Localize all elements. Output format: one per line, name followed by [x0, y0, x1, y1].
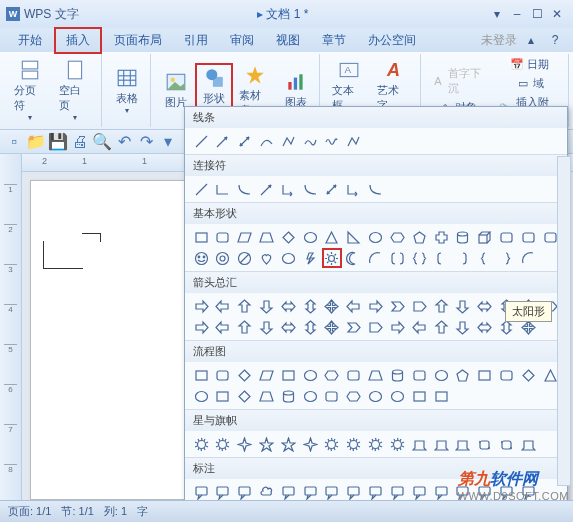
shape-callout[interactable] [387, 482, 407, 502]
shape-rtri[interactable] [344, 227, 364, 247]
tab-office-space[interactable]: 办公空间 [358, 29, 426, 52]
shape-lbracket[interactable] [431, 248, 451, 268]
date-button[interactable]: 📅 日期 [495, 56, 564, 73]
tab-insert[interactable]: 插入 [54, 27, 102, 54]
shape-ellipse[interactable] [278, 248, 298, 268]
shape-rbracket[interactable] [453, 248, 473, 268]
shape-callout[interactable] [366, 482, 386, 502]
shape-ellipse[interactable] [431, 365, 451, 385]
shape-burst[interactable] [191, 434, 211, 454]
undo-icon[interactable]: ↶ [116, 134, 132, 150]
shape-rrect[interactable] [497, 365, 517, 385]
shape-line[interactable] [191, 131, 211, 151]
shape-callout[interactable] [344, 482, 364, 502]
shape-brace[interactable] [409, 248, 429, 268]
shape-rect[interactable] [191, 365, 211, 385]
tab-page-layout[interactable]: 页面布局 [104, 29, 172, 52]
shape-arU[interactable] [431, 317, 451, 337]
shape-arD[interactable] [453, 296, 473, 316]
shape-star4[interactable] [300, 434, 320, 454]
shape-arR[interactable] [366, 296, 386, 316]
shape-ellipse[interactable] [300, 227, 320, 247]
shape-cube[interactable] [475, 227, 495, 247]
shape-arLR[interactable] [278, 296, 298, 316]
shape-arR[interactable] [191, 317, 211, 337]
shape-callout[interactable] [235, 482, 255, 502]
shape-elbowa[interactable] [344, 179, 364, 199]
inserted-shape[interactable] [43, 241, 83, 269]
shape-star4[interactable] [235, 434, 255, 454]
print-icon[interactable]: 🖨 [72, 134, 88, 150]
close-button[interactable]: ✕ [547, 5, 567, 23]
shape-sun[interactable] [322, 248, 342, 268]
shape-ribbon[interactable] [453, 434, 473, 454]
help-icon[interactable]: ? [545, 31, 565, 49]
shape-arLR[interactable] [475, 296, 495, 316]
shape-diamond[interactable] [235, 365, 255, 385]
open-icon[interactable]: 📁 [28, 134, 44, 150]
table-button[interactable]: 表格▾ [108, 65, 146, 117]
minimize-button[interactable]: – [507, 5, 527, 23]
shape-rect[interactable] [431, 386, 451, 406]
shape-burst[interactable] [344, 434, 364, 454]
shape-burst[interactable] [213, 434, 233, 454]
shape-rrect[interactable] [409, 365, 429, 385]
shape-can[interactable] [387, 365, 407, 385]
shape-rrect[interactable] [344, 365, 364, 385]
shape-burst[interactable] [366, 434, 386, 454]
shape-ribbon[interactable] [431, 434, 451, 454]
login-status[interactable]: 未登录 [481, 32, 517, 49]
shape-tri[interactable] [322, 227, 342, 247]
shape-rect[interactable] [213, 386, 233, 406]
shape-rrect[interactable] [213, 365, 233, 385]
shape-heart[interactable] [256, 248, 276, 268]
shape-smiley[interactable] [191, 248, 211, 268]
shape-para[interactable] [256, 365, 276, 385]
shape-ellipse[interactable] [300, 386, 320, 406]
shape-pent[interactable] [409, 227, 429, 247]
shape-arD[interactable] [256, 317, 276, 337]
shape-hex[interactable] [344, 386, 364, 406]
shape-ellipse[interactable] [366, 386, 386, 406]
shape-rect[interactable] [278, 365, 298, 385]
shape-callout[interactable] [191, 482, 211, 502]
save-icon[interactable]: 💾 [50, 134, 66, 150]
shape-arU[interactable] [235, 317, 255, 337]
tab-review[interactable]: 审阅 [220, 29, 264, 52]
shape-callout[interactable] [278, 482, 298, 502]
shape-burst[interactable] [322, 434, 342, 454]
shape-polyline[interactable] [278, 131, 298, 151]
shape-trap[interactable] [366, 365, 386, 385]
shape-rect[interactable] [409, 386, 429, 406]
tab-view[interactable]: 视图 [266, 29, 310, 52]
shape-ar4[interactable] [322, 317, 342, 337]
shape-callout[interactable] [431, 482, 451, 502]
shape-rect[interactable] [475, 365, 495, 385]
shape-ribbon[interactable] [409, 434, 429, 454]
redo-icon[interactable]: ↷ [138, 134, 154, 150]
shape-rect[interactable] [191, 227, 211, 247]
shape-scroll[interactable] [475, 434, 495, 454]
shape-rrect[interactable] [497, 227, 517, 247]
tab-references[interactable]: 引用 [174, 29, 218, 52]
shape-arLR[interactable] [278, 317, 298, 337]
shape-pentag[interactable] [366, 317, 386, 337]
shape-free[interactable] [300, 131, 320, 151]
shape-rrect[interactable] [322, 386, 342, 406]
shape-arUD[interactable] [300, 317, 320, 337]
page-break-button[interactable]: 分页符▾ [8, 57, 53, 124]
shape-arLR[interactable] [475, 317, 495, 337]
shape-arU[interactable] [431, 296, 451, 316]
shape-arUD[interactable] [300, 296, 320, 316]
caret-icon[interactable]: ▾ [487, 5, 507, 23]
shape-noentry[interactable] [235, 248, 255, 268]
shape-darrow[interactable] [235, 131, 255, 151]
shape-ellipse[interactable] [387, 386, 407, 406]
maximize-button[interactable]: ☐ [527, 5, 547, 23]
shape-arL[interactable] [409, 317, 429, 337]
shape-donut[interactable] [213, 248, 233, 268]
shape-callout[interactable] [300, 482, 320, 502]
shape-polyline[interactable] [344, 131, 364, 151]
shape-arD[interactable] [256, 296, 276, 316]
vertical-scrollbar[interactable] [557, 156, 571, 486]
